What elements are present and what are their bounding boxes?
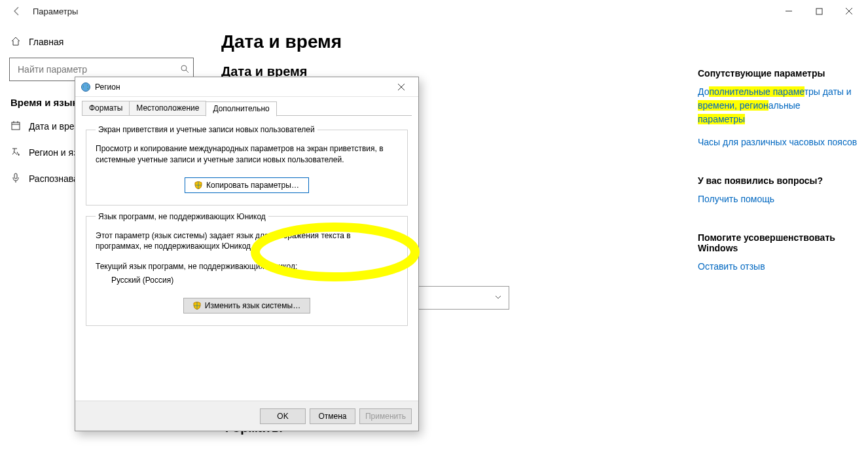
questions-heading: У вас появились вопросы? [698, 175, 861, 186]
tab-formats[interactable]: Форматы [82, 101, 130, 116]
copy-settings-button[interactable]: Копировать параметры… [185, 177, 309, 193]
page-heading: Дата и время [221, 31, 682, 52]
minimize-icon [785, 7, 793, 15]
tab-advanced[interactable]: Дополнительно [206, 101, 276, 116]
group1-text: Просмотр и копирование международных пар… [96, 143, 398, 166]
minimize-button[interactable] [774, 0, 804, 22]
dialog-title: Регион [95, 82, 120, 92]
related-heading: Сопутствующие параметры [698, 68, 861, 79]
maximize-button[interactable] [804, 0, 834, 22]
dialog-apply-button[interactable]: Применить [359, 408, 412, 424]
back-button[interactable] [5, 0, 29, 22]
group2-current-value: Русский (Россия) [111, 275, 398, 286]
window-title: Параметры [33, 7, 78, 16]
close-icon [397, 83, 405, 91]
search-icon [180, 64, 189, 75]
search-input[interactable] [16, 63, 180, 75]
home-icon [10, 36, 21, 48]
close-button[interactable] [834, 0, 864, 22]
group1-legend: Экран приветствия и учетные записи новых… [96, 125, 317, 134]
shield-icon [194, 181, 202, 189]
svg-rect-3 [14, 173, 17, 179]
calendar-icon [10, 120, 21, 133]
group2-legend: Язык программ, не поддерживающих Юникод [96, 212, 268, 221]
dialog-ok-button[interactable]: OK [260, 408, 306, 424]
arrow-left-icon [12, 6, 22, 16]
microphone-icon [10, 173, 21, 185]
copy-settings-label: Копировать параметры… [206, 181, 299, 190]
chevron-down-icon [494, 293, 502, 303]
link-additional-clocks[interactable]: Часы для различных часовых поясов [698, 135, 861, 149]
shield-icon [193, 302, 201, 310]
change-locale-label: Изменить язык системы… [205, 301, 300, 310]
tab-location[interactable]: Местоположение [129, 101, 206, 116]
close-icon [845, 7, 853, 15]
svg-rect-2 [12, 122, 20, 130]
svg-point-4 [82, 82, 90, 91]
link-feedback[interactable]: Оставить отзыв [698, 260, 861, 274]
maximize-icon [816, 8, 823, 15]
svg-rect-0 [816, 9, 822, 14]
sidebar-home-label: Главная [29, 37, 63, 47]
link-get-help[interactable]: Получить помощь [698, 192, 861, 206]
link-additional-date-region[interactable]: Дополнительные параметры даты и времени,… [698, 85, 861, 126]
region-dialog: Регион Форматы Местоположение Дополнител… [75, 77, 419, 431]
language-icon [10, 147, 21, 159]
change-system-locale-button[interactable]: Изменить язык системы… [183, 298, 310, 314]
dialog-cancel-button[interactable]: Отмена [310, 408, 355, 424]
svg-point-1 [181, 65, 187, 71]
group2-text: Этот параметр (язык системы) задает язык… [96, 230, 398, 253]
dialog-close-button[interactable] [388, 78, 414, 96]
improve-heading: Помогите усовершенствовать Windows [698, 232, 861, 253]
sidebar-home[interactable]: Главная [5, 29, 198, 55]
globe-icon [81, 82, 91, 92]
group2-current-label: Текущий язык программ, не поддерживающих… [96, 261, 398, 272]
